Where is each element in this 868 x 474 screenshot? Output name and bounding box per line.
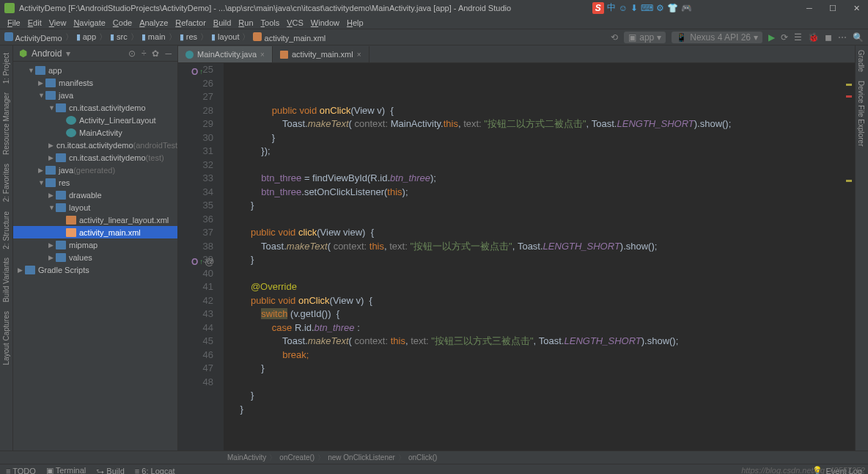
code-breadcrumb[interactable]: MainActivity 〉 onCreate() 〉 new OnClickL… [0,451,868,464]
maximize-button[interactable]: ☐ [821,0,845,16]
editor-area: MainActivity.java×activity_main.xml× O↑ … [178,45,855,451]
menu-analyze[interactable]: Analyze [136,18,171,27]
tool-tab-layout-captures[interactable]: Layout Captures [2,307,10,369]
menu-help[interactable]: Help [344,18,367,27]
menu-window[interactable]: Window [308,18,342,27]
menu-file[interactable]: File [4,18,23,27]
tab-mainactivity-java[interactable]: MainActivity.java× [178,46,273,62]
code-crumb-oncreate-[interactable]: onCreate() [279,453,315,462]
expand-icon[interactable]: ÷ [141,48,147,59]
gutter: O↑ O↑@ 252627282930313233343536373839404… [178,63,224,451]
title-bar: ActivityDemo [F:\AndroidStudioProjects\A… [0,0,868,16]
run-button[interactable]: ▶ [768,32,775,43]
tree-item-cn-itcast-activitydemo[interactable]: ▶cn.itcast.activitydemo (test) [13,151,177,164]
right-tool-strip: GradleDevice File Explorer [855,45,868,451]
tree-item-activity_main-xml[interactable]: activity_main.xml [13,226,177,238]
ime-indicator: S 中 ☺⬇⌨⚙👕🎮 [592,1,692,14]
tool-tab-2-structure[interactable]: 2: Structure [2,207,10,254]
menu-tools[interactable]: Tools [258,18,283,27]
code-crumb-onclick-[interactable]: onClick() [408,453,437,462]
tree-item-mipmap[interactable]: ▶mipmap [13,238,177,251]
code-crumb-mainactivity[interactable]: MainActivity [227,453,266,462]
tree-item-java[interactable]: ▼java [13,89,177,101]
android-icon: ⬢ [19,48,27,59]
code-crumb-new-onclicklistener[interactable]: new OnClickListener [328,453,395,462]
tree-item-activity_linearlayout[interactable]: Activity_LinearLayout [13,114,177,126]
sidebar-header: ⬢ Android ▾ ⊙ ÷ ✿ ─ [13,45,177,62]
menu-navigate[interactable]: Navigate [70,18,108,27]
crumb-res[interactable]: ▮ res [180,32,197,42]
menu-refactor[interactable]: Refactor [172,18,209,27]
crumb-project[interactable]: ActivityDemo [4,32,62,43]
project-sidebar: ⬢ Android ▾ ⊙ ÷ ✿ ─ ▼app▶manifests▼java▼… [13,45,178,451]
tree-item-manifests[interactable]: ▶manifests [13,76,177,89]
watermark: https://blog.csdn.net/qq_42557252 [741,466,865,474]
device-dropdown[interactable]: 📱 Nexus 4 API 26 ▾ [672,32,762,43]
menu-code[interactable]: Code [110,18,135,27]
more-icon[interactable]: ⋯ [838,32,847,43]
menu-bar: FileEditViewNavigateCodeAnalyzeRefactorB… [0,16,868,29]
crumb-app[interactable]: ▮ app [76,32,96,42]
tab-activity_main-xml[interactable]: activity_main.xml× [273,46,369,62]
window-title: ActivityDemo [F:\AndroidStudioProjects\A… [19,4,511,12]
tree-item-activity_linear_layout-xml[interactable]: activity_linear_layout.xml [13,214,177,226]
bottom-tool--build[interactable]: ⮑ Build [96,467,125,475]
tool-tab-gradle[interactable]: Gradle [856,45,867,76]
tree-item-cn-itcast-activitydemo[interactable]: ▼cn.itcast.activitydemo [13,101,177,114]
menu-build[interactable]: Build [210,18,234,27]
crumb-activity_main.xml[interactable]: activity_main.xml [253,32,326,43]
tree-item-app[interactable]: ▼app [13,64,177,76]
menu-vcs[interactable]: VCS [284,18,306,27]
bottom-tool--6-logcat[interactable]: ≡ 6: Logcat [135,467,175,475]
tool-tab-build-variants[interactable]: Build Variants [2,253,10,307]
tree-item-values[interactable]: ▶values [13,251,177,263]
bottom-tool-bar: ≡ TODO▣ Terminal⮑ Build≡ 6: Logcat💡Event… [0,464,868,474]
crumb-src[interactable]: ▮ src [110,32,128,42]
profile-icon[interactable]: ☰ [794,32,802,43]
tool-tab-1-project[interactable]: 1: Project [2,48,10,88]
close-button[interactable]: ✕ [845,0,868,16]
left-tool-strip: 1: ProjectResource Manager2: Favorites2:… [0,45,13,451]
project-tree[interactable]: ▼app▶manifests▼java▼cn.itcast.activityde… [13,62,177,451]
debug-icon[interactable]: ⟳ [781,32,788,43]
app-icon [4,3,15,13]
tool-tab-resource-manager[interactable]: Resource Manager [2,88,10,159]
tree-item-gradle-scripts[interactable]: ▶Gradle Scripts [13,263,177,276]
navigation-bar: ActivityDemo〉▮ app〉▮ src〉▮ main〉▮ res〉▮ … [0,29,868,45]
code-editor[interactable]: public void onClick(View v) { Toast.make… [224,63,855,451]
stop-icon[interactable]: ◼ [825,32,832,43]
sync-icon[interactable]: ⟲ [611,32,618,43]
bottom-tool--todo[interactable]: ≡ TODO [6,467,36,475]
attach-icon[interactable]: 🐞 [808,32,819,43]
tool-tab-device-file-explorer[interactable]: Device File Explorer [856,76,867,150]
hide-icon[interactable]: ─ [165,48,172,59]
bottom-tool--terminal[interactable]: ▣ Terminal [46,466,86,474]
minimize-button[interactable]: ─ [798,0,821,16]
crumb-layout[interactable]: ▮ layout [211,32,239,42]
settings-icon[interactable]: ✿ [152,48,159,59]
run-config-dropdown[interactable]: ▣ app ▾ [624,32,666,43]
tree-item-mainactivity[interactable]: MainActivity [13,126,177,139]
tree-item-cn-itcast-activitydemo[interactable]: ▶cn.itcast.activitydemo (androidTest) [13,139,177,151]
tree-item-java[interactable]: ▶java (generated) [13,164,177,176]
sidebar-dropdown[interactable]: ▾ [66,48,70,59]
error-stripe[interactable] [846,65,853,449]
tool-tab-2-favorites[interactable]: 2: Favorites [2,159,10,206]
tree-item-drawable[interactable]: ▶drawable [13,189,177,201]
crumb-main[interactable]: ▮ main [141,32,166,42]
menu-view[interactable]: View [46,18,70,27]
menu-run[interactable]: Run [235,18,256,27]
tree-item-layout[interactable]: ▼layout [13,201,177,214]
search-icon[interactable]: 🔍 [853,32,864,43]
collapse-icon[interactable]: ⊙ [128,48,136,59]
editor-tabs: MainActivity.java×activity_main.xml× [178,45,855,63]
menu-edit[interactable]: Edit [25,18,45,27]
tree-item-res[interactable]: ▼res [13,176,177,189]
